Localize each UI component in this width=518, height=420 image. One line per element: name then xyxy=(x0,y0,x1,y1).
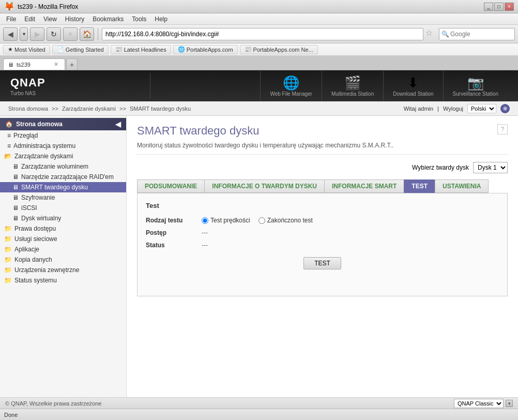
disk-select-label: Wybierz twardy dysk xyxy=(412,164,469,171)
back-button[interactable]: ◀ xyxy=(3,27,18,41)
browser-toolbar: ◀ ▾ ▶ ↻ ✕ 🏠 ☆ 🔍 xyxy=(0,25,518,43)
breadcrumb-bar: Strona domowa >> Zarządzanie dyskami >> … xyxy=(0,101,518,116)
nav-surveillance[interactable]: 📷 Surveillance Station xyxy=(443,71,508,101)
menu-tools[interactable]: Tools xyxy=(128,14,150,24)
minimize-button[interactable]: _ xyxy=(484,3,493,11)
reload-button[interactable]: ↻ xyxy=(47,27,61,41)
radio-predkosci-input[interactable] xyxy=(202,217,208,224)
sidebar-item-adminsitracja[interactable]: ≡ Administracja systemu xyxy=(0,141,126,151)
nav-download[interactable]: ⬇ Download Station xyxy=(383,71,443,101)
globe-btn[interactable]: ⊕ xyxy=(500,104,510,113)
menu-edit[interactable]: Edit xyxy=(20,14,39,24)
bookmark-getting-started[interactable]: 📄 Getting Started xyxy=(52,45,109,54)
qnap-header: QNAP Turbo NAS 🌐 Web File Manager 🎬 Mult… xyxy=(0,70,518,101)
copyright-text: © QNAP, Wszelkie prawa zastrzeżone xyxy=(5,400,101,407)
sidebar-item-woluminem[interactable]: 🖥 Zarządzanie woluminem xyxy=(0,161,126,172)
form-label-postep: Postęp xyxy=(146,229,197,236)
qnap-logo-text: QNAP xyxy=(10,76,45,89)
new-tab-button[interactable]: + xyxy=(66,58,78,70)
devices-folder-icon: 📁 xyxy=(4,266,12,274)
sidebar-collapse-icon[interactable]: ◀ xyxy=(115,120,121,128)
content-area: SMART twardego dysku ? Monitoruj status … xyxy=(127,116,518,397)
sidebar-group-uslugi[interactable]: 📁 Usługi sieciowe xyxy=(0,234,126,244)
sidebar-home-item[interactable]: 🏠 Strona domowa ◀ xyxy=(0,118,126,130)
breadcrumb-diskmgmt[interactable]: Zarządzanie dyskami xyxy=(62,106,116,112)
test-section-title: Test xyxy=(146,202,499,209)
stop-button[interactable]: ✕ xyxy=(63,27,78,41)
sidebar-item-szyfrowanie[interactable]: 🖥 Szyfrowanie xyxy=(0,192,126,203)
breadcrumb: Strona domowa >> Zarządzanie dyskami >> … xyxy=(8,106,191,112)
prawa-folder-icon: 📁 xyxy=(4,225,12,232)
bookmark-portableapps[interactable]: 🌐 PortableApps.com xyxy=(173,45,238,54)
sidebar-group-prawa[interactable]: 📁 Prawa dostępu xyxy=(0,223,126,234)
theme-dropdown-btn[interactable]: ▾ xyxy=(506,400,513,407)
tab-test[interactable]: TEST xyxy=(404,179,435,193)
sidebar-group-label: Prawa dostępu xyxy=(14,225,56,232)
breadcrumb-home[interactable]: Strona domowa xyxy=(8,106,48,112)
postep-value: --- xyxy=(202,229,208,236)
browser-tab-ts239[interactable]: 🖥 ts239 ✕ xyxy=(3,58,65,70)
sidebar-item-label: Administracja systemu xyxy=(13,142,75,149)
tab-ustawienia[interactable]: USTAWIENIA xyxy=(435,179,489,193)
tab-informacje-dysk[interactable]: INFORMACJE O TWARDYM DYSKU xyxy=(204,179,324,193)
sidebar-group-zarzadzanie[interactable]: 📂 Zarządzanie dyskami xyxy=(0,151,126,161)
home-button[interactable]: 🏠 xyxy=(80,27,94,41)
menu-history[interactable]: History xyxy=(61,14,88,24)
language-select[interactable]: Polski xyxy=(467,104,496,113)
bookmarks-bar: ★ Most Visited 📄 Getting Started 📰 Lates… xyxy=(0,43,518,56)
url-input[interactable] xyxy=(102,28,423,40)
tab-podsumowanie[interactable]: PODSUMOWANIE xyxy=(137,179,204,193)
nav-webfilemanager[interactable]: 🌐 Web File Manager xyxy=(260,71,322,101)
breadcrumb-current: SMART twardego dysku xyxy=(130,106,191,112)
sidebar-item-label: Szyfrowanie xyxy=(21,194,55,201)
sidebar-group-status[interactable]: 📁 Status systemu xyxy=(0,275,126,286)
star-icon: ★ xyxy=(8,46,13,53)
help-icon[interactable]: ? xyxy=(497,124,508,134)
bar-sep: | xyxy=(437,106,439,112)
search-input[interactable] xyxy=(450,31,512,38)
tab-content-test: Test Rodzaj testu Test prędkości Zakończ… xyxy=(137,193,508,296)
form-row-postep: Postęp --- xyxy=(146,229,499,236)
nav-multimedia[interactable]: 🎬 Multimedia Station xyxy=(322,71,383,101)
tab-close-icon[interactable]: ✕ xyxy=(54,61,58,68)
bookmark-most-visited[interactable]: ★ Most Visited xyxy=(3,45,50,54)
menu-help[interactable]: Help xyxy=(150,14,172,24)
sidebar-item-przeglad[interactable]: ≡ Przegląd xyxy=(0,130,126,141)
sidebar-group-kopia[interactable]: 📁 Kopia danych xyxy=(0,254,126,265)
bookmark-latest-headlines[interactable]: 📰 Latest Headlines xyxy=(111,45,171,54)
page-title: SMART twardego dysku xyxy=(137,124,259,138)
window-controls[interactable]: _ □ × xyxy=(484,3,514,11)
browser-titlebar: 🦊 ts239 - Mozilla Firefox _ □ × xyxy=(0,0,518,13)
radio-zakonczone[interactable]: Zakończono test xyxy=(258,217,313,224)
theme-selector[interactable]: QNAP Classic xyxy=(454,399,504,408)
menu-view[interactable]: View xyxy=(39,14,61,24)
sidebar-group-urzadzenia[interactable]: 📁 Urządzenia zewnętrzne xyxy=(0,265,126,275)
radio-predkosci[interactable]: Test prędkości xyxy=(202,217,250,224)
sidebar-item-dysk-wirtualny[interactable]: 🖥 Dysk wirtualny xyxy=(0,213,126,223)
menu-bookmarks[interactable]: Bookmarks xyxy=(88,14,128,24)
menu-file[interactable]: File xyxy=(2,14,20,24)
forward-dropdown[interactable]: ▾ xyxy=(20,27,28,41)
close-button[interactable]: × xyxy=(505,3,514,11)
radio-zakonczone-input[interactable] xyxy=(258,217,265,224)
sidebar-item-smart[interactable]: 🖥 SMART twardego dysku xyxy=(0,182,126,192)
logout-link[interactable]: Wyloguj xyxy=(443,106,463,112)
disk-selector[interactable]: Dysk 1 xyxy=(473,162,508,173)
sidebar-group-aplikacje[interactable]: 📁 Aplikacje xyxy=(0,244,126,254)
qnap-nav: 🌐 Web File Manager 🎬 Multimedia Station … xyxy=(260,71,508,101)
forward-button[interactable]: ▶ xyxy=(30,27,44,41)
qnap-tagline: Turbo NAS xyxy=(10,91,45,96)
test-button[interactable]: TEST xyxy=(303,257,341,269)
admin-icon: ≡ xyxy=(7,142,11,149)
footer-right: QNAP Classic ▾ xyxy=(454,399,513,408)
sidebar-item-iscsi[interactable]: 🖥 iSCSI xyxy=(0,203,126,213)
bookmark-star-icon[interactable]: ☆ xyxy=(425,28,437,40)
sidebar-item-label: Przegląd xyxy=(13,132,38,139)
tab-informacje-smart[interactable]: INFORMACJE SMART xyxy=(324,179,404,193)
smart-icon: 🖥 xyxy=(12,184,19,191)
download-icon: ⬇ xyxy=(407,75,419,91)
bookmark-portableapps-ne[interactable]: 📰 PortableApps.com Ne... xyxy=(240,45,318,54)
page-icon: 📄 xyxy=(57,46,64,53)
sidebar-item-raid[interactable]: 🖥 Narzędzie zarządzające RAID'em xyxy=(0,172,126,182)
maximize-button[interactable]: □ xyxy=(494,3,504,11)
